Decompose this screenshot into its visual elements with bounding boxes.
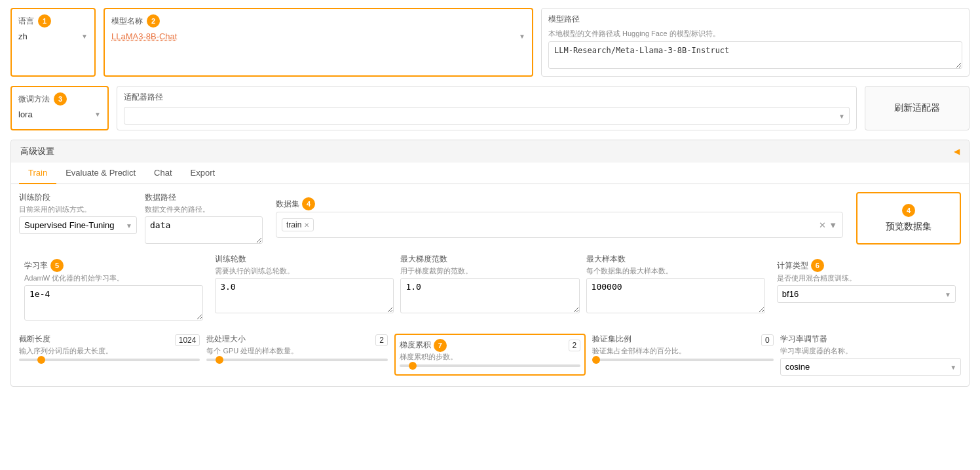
ct-select-wrapper: bf16 fp16 fp32 pure_bf16 ▼ (777, 285, 956, 303)
lrs-desc: 学习率调度器的名称。 (780, 346, 961, 356)
epochs-input[interactable]: 3.0 (215, 278, 394, 313)
batch-slider[interactable] (206, 359, 387, 361)
model-name-label: 模型名称 2 (111, 14, 525, 28)
lang-value: zh (18, 31, 28, 41)
adapter-path-label-text: 适配器路径 (124, 92, 163, 103)
model-name-value: LLaMA3-8B-Chat (111, 31, 519, 41)
refresh-adapter-label: 刷新适配器 (894, 102, 940, 114)
cutoff-label: 截断长度 (19, 334, 50, 345)
tab-export[interactable]: Export (181, 163, 225, 184)
model-name-field: 模型名称 2 LLaMA3-8B-Chat ▼ (104, 8, 533, 77)
dataset-box: 数据集 4 train ✕ ✕ ▼ (271, 192, 848, 243)
dataset-input-end: ✕ ▼ (819, 220, 837, 230)
train-stage-label-text: 训练阶段 (19, 192, 50, 203)
ct-badge: 6 (811, 259, 824, 272)
model-name-label-text: 模型名称 (111, 16, 143, 27)
finetune-badge: 3 (54, 92, 67, 106)
epochs-label: 训练轮数 (215, 254, 394, 265)
finetune-dropdown-arrow: ▼ (94, 111, 101, 118)
advanced-content: 训练阶段 目前采用的训练方式。 Supervised Fine-Tuning ▼… (11, 184, 969, 386)
tab-evaluate[interactable]: Evaluate & Predict (56, 163, 145, 184)
lr-desc: AdamW 优化器的初始学习率。 (24, 273, 203, 283)
dataset-tag-input[interactable]: train ✕ ✕ ▼ (276, 212, 843, 238)
lang-label: 语言 1 (18, 14, 88, 28)
ct-select[interactable]: bf16 fp16 fp32 pure_bf16 (777, 285, 956, 303)
lr-badge: 5 (50, 259, 64, 272)
val-value[interactable]: 0 (761, 334, 774, 346)
ms-label: 最大样本数 (586, 254, 765, 265)
data-path-label: 数据路径 (145, 192, 263, 203)
model-name-value-row[interactable]: LLaMA3-8B-Chat ▼ (111, 31, 525, 41)
mgn-desc: 用于梯度裁剪的范数。 (400, 266, 579, 276)
refresh-adapter-button[interactable]: 刷新适配器 (865, 86, 970, 130)
epochs-desc: 需要执行的训练总轮数。 (215, 266, 394, 276)
lrs-label: 学习率调节器 (780, 334, 961, 345)
row-c: 截断长度 1024 输入序列分词后的最大长度。 批处理大小 2 每个 GPU 处… (19, 334, 961, 376)
dataset-tag-train-text: train (286, 220, 301, 229)
lang-value-row[interactable]: zh ▼ (18, 31, 88, 41)
train-stage-select[interactable]: Supervised Fine-Tuning (19, 216, 137, 234)
advanced-section-title: 高级设置 (20, 146, 54, 157)
val-size-box: 验证集比例 0 验证集占全部样本的百分比。 (592, 334, 773, 376)
dataset-tag-train-close[interactable]: ✕ (304, 222, 309, 229)
advanced-section: 高级设置 ◀ Train Evaluate & Predict Chat Exp… (10, 140, 970, 387)
tab-train[interactable]: Train (19, 163, 56, 184)
preview-label: 预览数据集 (886, 221, 932, 233)
lr-label: 学习率 5 (24, 259, 203, 272)
finetune-field: 微调方法 3 lora ▼ (10, 86, 109, 130)
lang-badge: 1 (38, 14, 51, 28)
tabs-row: Train Evaluate & Predict Chat Export (11, 163, 969, 184)
clear-icon[interactable]: ✕ (819, 220, 826, 230)
ms-input[interactable]: 100000 (586, 278, 765, 313)
train-stage-desc: 目前采用的训练方式。 (19, 205, 137, 214)
max-samples-box: 最大样本数 每个数据集的最大样本数。 100000 (586, 254, 765, 326)
val-desc: 验证集占全部样本的百分比。 (592, 346, 773, 356)
model-path-desc: 本地模型的文件路径或 Hugging Face 的模型标识符。 (548, 29, 962, 39)
model-name-dropdown-arrow: ▼ (519, 33, 525, 40)
tab-chat[interactable]: Chat (145, 163, 181, 184)
batch-size-box: 批处理大小 2 每个 GPU 处理的样本数量。 (206, 334, 387, 376)
lang-field: 语言 1 zh ▼ (10, 8, 96, 77)
learning-rate-box: 学习率 5 AdamW 优化器的初始学习率。 1e-4 (19, 254, 208, 326)
lr-scheduler-box: 学习率调节器 学习率调度器的名称。 cosine linear constant… (780, 334, 961, 376)
row-b: 学习率 5 AdamW 优化器的初始学习率。 1e-4 训练轮数 需要执行的训练… (19, 254, 961, 326)
collapse-arrow-icon: ◀ (954, 147, 960, 156)
epochs-label-text: 训练轮数 (215, 254, 246, 265)
grad-value[interactable]: 2 (569, 340, 581, 351)
finetune-value-row[interactable]: lora ▼ (18, 109, 101, 119)
ct-label: 计算类型 6 (777, 259, 956, 272)
lang-dropdown-arrow: ▼ (81, 33, 88, 40)
lrs-select[interactable]: cosine linear constant cosine_with_resta… (780, 358, 961, 376)
mgn-label-text: 最大梯度范数 (400, 254, 447, 265)
cutoff-desc: 输入序列分词后的最大长度。 (19, 346, 200, 356)
val-label-row: 验证集比例 0 (592, 334, 773, 346)
adapter-path-field: 适配器路径 ▼ (117, 86, 857, 130)
finetune-value: lora (18, 109, 33, 119)
adapter-path-select-wrapper: ▼ (124, 107, 850, 125)
model-path-input[interactable]: LLM-Research/Meta-Llama-3-8B-Instruct (548, 41, 962, 69)
batch-label-row: 批处理大小 2 (206, 334, 387, 346)
data-path-label-text: 数据路径 (145, 192, 176, 203)
val-slider[interactable] (592, 359, 773, 361)
lr-label-text: 学习率 (24, 260, 48, 271)
data-path-box: 数据路径 数据文件夹的路径。 data (145, 192, 263, 246)
lang-label-text: 语言 (18, 16, 34, 27)
data-path-input[interactable]: data (145, 216, 263, 244)
batch-value[interactable]: 2 (375, 334, 388, 346)
compute-type-box: 计算类型 6 是否使用混合精度训练。 bf16 fp16 fp32 pure_b… (772, 254, 961, 326)
grad-slider[interactable] (400, 364, 580, 367)
preview-dataset-button[interactable]: 4 预览数据集 (856, 192, 961, 245)
lr-input[interactable]: 1e-4 (24, 285, 203, 321)
cutoff-value[interactable]: 1024 (175, 334, 200, 346)
dataset-tag-train: train ✕ (282, 218, 314, 231)
dropdown-icon[interactable]: ▼ (829, 220, 837, 230)
adapter-path-label: 适配器路径 (124, 92, 850, 103)
adapter-path-select[interactable] (124, 107, 850, 125)
train-epochs-box: 训练轮数 需要执行的训练总轮数。 3.0 (215, 254, 394, 326)
mgn-input[interactable]: 1.0 (400, 278, 579, 313)
cutoff-label-row: 截断长度 1024 (19, 334, 200, 346)
ct-label-text: 计算类型 (777, 260, 808, 271)
advanced-header[interactable]: 高级设置 ◀ (11, 140, 969, 163)
cutoff-slider[interactable] (19, 359, 200, 361)
finetune-label: 微调方法 3 (18, 92, 101, 106)
